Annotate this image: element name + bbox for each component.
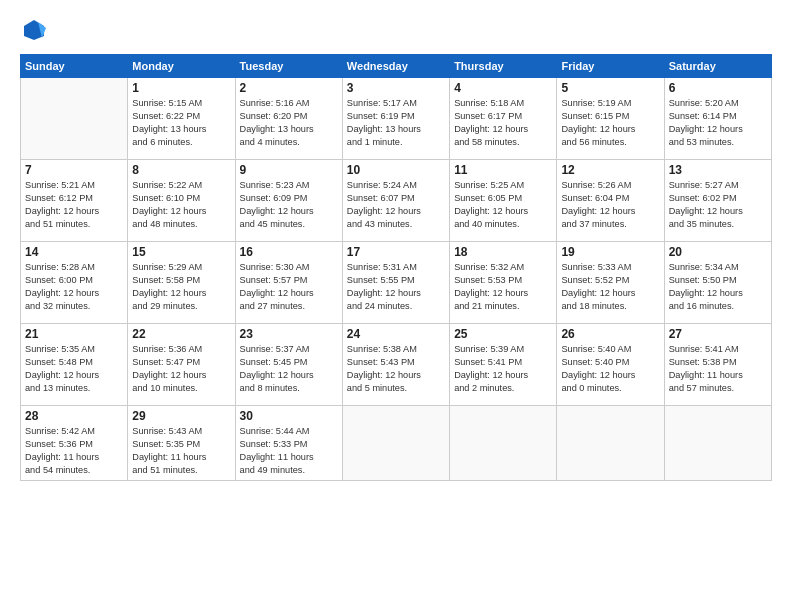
day-info: Sunrise: 5:19 AMSunset: 6:15 PMDaylight:…: [561, 97, 659, 149]
calendar-cell: 22Sunrise: 5:36 AMSunset: 5:47 PMDayligh…: [128, 324, 235, 406]
calendar-week-row: 21Sunrise: 5:35 AMSunset: 5:48 PMDayligh…: [21, 324, 772, 406]
calendar-cell: 13Sunrise: 5:27 AMSunset: 6:02 PMDayligh…: [664, 160, 771, 242]
calendar-cell: 1Sunrise: 5:15 AMSunset: 6:22 PMDaylight…: [128, 78, 235, 160]
day-info: Sunrise: 5:44 AMSunset: 5:33 PMDaylight:…: [240, 425, 338, 477]
day-number: 8: [132, 163, 230, 177]
header: [20, 16, 772, 44]
calendar-cell: 28Sunrise: 5:42 AMSunset: 5:36 PMDayligh…: [21, 406, 128, 481]
day-number: 13: [669, 163, 767, 177]
day-info: Sunrise: 5:36 AMSunset: 5:47 PMDaylight:…: [132, 343, 230, 395]
calendar-week-row: 28Sunrise: 5:42 AMSunset: 5:36 PMDayligh…: [21, 406, 772, 481]
day-number: 23: [240, 327, 338, 341]
calendar-cell: 8Sunrise: 5:22 AMSunset: 6:10 PMDaylight…: [128, 160, 235, 242]
day-info: Sunrise: 5:43 AMSunset: 5:35 PMDaylight:…: [132, 425, 230, 477]
calendar-cell: 5Sunrise: 5:19 AMSunset: 6:15 PMDaylight…: [557, 78, 664, 160]
day-info: Sunrise: 5:17 AMSunset: 6:19 PMDaylight:…: [347, 97, 445, 149]
calendar-cell: 18Sunrise: 5:32 AMSunset: 5:53 PMDayligh…: [450, 242, 557, 324]
day-number: 3: [347, 81, 445, 95]
calendar-cell: 14Sunrise: 5:28 AMSunset: 6:00 PMDayligh…: [21, 242, 128, 324]
day-number: 5: [561, 81, 659, 95]
day-number: 9: [240, 163, 338, 177]
calendar-cell: 7Sunrise: 5:21 AMSunset: 6:12 PMDaylight…: [21, 160, 128, 242]
logo: [20, 16, 52, 44]
calendar-day-header: Sunday: [21, 55, 128, 78]
calendar-cell: [664, 406, 771, 481]
calendar-cell: 27Sunrise: 5:41 AMSunset: 5:38 PMDayligh…: [664, 324, 771, 406]
day-number: 26: [561, 327, 659, 341]
day-number: 27: [669, 327, 767, 341]
calendar-cell: [21, 78, 128, 160]
calendar-day-header: Tuesday: [235, 55, 342, 78]
day-number: 30: [240, 409, 338, 423]
calendar-cell: 11Sunrise: 5:25 AMSunset: 6:05 PMDayligh…: [450, 160, 557, 242]
calendar-cell: 15Sunrise: 5:29 AMSunset: 5:58 PMDayligh…: [128, 242, 235, 324]
day-number: 25: [454, 327, 552, 341]
day-info: Sunrise: 5:28 AMSunset: 6:00 PMDaylight:…: [25, 261, 123, 313]
calendar-cell: 6Sunrise: 5:20 AMSunset: 6:14 PMDaylight…: [664, 78, 771, 160]
day-number: 14: [25, 245, 123, 259]
calendar-week-row: 14Sunrise: 5:28 AMSunset: 6:00 PMDayligh…: [21, 242, 772, 324]
day-number: 18: [454, 245, 552, 259]
calendar-day-header: Monday: [128, 55, 235, 78]
day-info: Sunrise: 5:24 AMSunset: 6:07 PMDaylight:…: [347, 179, 445, 231]
day-number: 21: [25, 327, 123, 341]
day-info: Sunrise: 5:18 AMSunset: 6:17 PMDaylight:…: [454, 97, 552, 149]
calendar-cell: 10Sunrise: 5:24 AMSunset: 6:07 PMDayligh…: [342, 160, 449, 242]
day-info: Sunrise: 5:21 AMSunset: 6:12 PMDaylight:…: [25, 179, 123, 231]
day-number: 20: [669, 245, 767, 259]
day-number: 29: [132, 409, 230, 423]
day-info: Sunrise: 5:32 AMSunset: 5:53 PMDaylight:…: [454, 261, 552, 313]
day-number: 12: [561, 163, 659, 177]
day-info: Sunrise: 5:31 AMSunset: 5:55 PMDaylight:…: [347, 261, 445, 313]
day-info: Sunrise: 5:30 AMSunset: 5:57 PMDaylight:…: [240, 261, 338, 313]
day-info: Sunrise: 5:22 AMSunset: 6:10 PMDaylight:…: [132, 179, 230, 231]
calendar-day-header: Saturday: [664, 55, 771, 78]
calendar-table: SundayMondayTuesdayWednesdayThursdayFrid…: [20, 54, 772, 481]
day-number: 17: [347, 245, 445, 259]
calendar-cell: [450, 406, 557, 481]
day-number: 22: [132, 327, 230, 341]
day-info: Sunrise: 5:33 AMSunset: 5:52 PMDaylight:…: [561, 261, 659, 313]
calendar-cell: 16Sunrise: 5:30 AMSunset: 5:57 PMDayligh…: [235, 242, 342, 324]
day-number: 16: [240, 245, 338, 259]
day-number: 6: [669, 81, 767, 95]
calendar-cell: 9Sunrise: 5:23 AMSunset: 6:09 PMDaylight…: [235, 160, 342, 242]
calendar-day-header: Wednesday: [342, 55, 449, 78]
day-info: Sunrise: 5:25 AMSunset: 6:05 PMDaylight:…: [454, 179, 552, 231]
day-number: 15: [132, 245, 230, 259]
day-info: Sunrise: 5:41 AMSunset: 5:38 PMDaylight:…: [669, 343, 767, 395]
calendar-cell: [342, 406, 449, 481]
day-info: Sunrise: 5:38 AMSunset: 5:43 PMDaylight:…: [347, 343, 445, 395]
day-number: 7: [25, 163, 123, 177]
calendar-cell: 20Sunrise: 5:34 AMSunset: 5:50 PMDayligh…: [664, 242, 771, 324]
day-info: Sunrise: 5:23 AMSunset: 6:09 PMDaylight:…: [240, 179, 338, 231]
calendar-cell: 30Sunrise: 5:44 AMSunset: 5:33 PMDayligh…: [235, 406, 342, 481]
day-info: Sunrise: 5:29 AMSunset: 5:58 PMDaylight:…: [132, 261, 230, 313]
calendar-cell: 2Sunrise: 5:16 AMSunset: 6:20 PMDaylight…: [235, 78, 342, 160]
calendar-cell: 21Sunrise: 5:35 AMSunset: 5:48 PMDayligh…: [21, 324, 128, 406]
calendar-day-header: Thursday: [450, 55, 557, 78]
calendar-cell: 12Sunrise: 5:26 AMSunset: 6:04 PMDayligh…: [557, 160, 664, 242]
calendar-cell: 3Sunrise: 5:17 AMSunset: 6:19 PMDaylight…: [342, 78, 449, 160]
logo-icon: [20, 16, 48, 44]
calendar-week-row: 1Sunrise: 5:15 AMSunset: 6:22 PMDaylight…: [21, 78, 772, 160]
day-info: Sunrise: 5:37 AMSunset: 5:45 PMDaylight:…: [240, 343, 338, 395]
day-info: Sunrise: 5:39 AMSunset: 5:41 PMDaylight:…: [454, 343, 552, 395]
calendar-cell: 26Sunrise: 5:40 AMSunset: 5:40 PMDayligh…: [557, 324, 664, 406]
day-info: Sunrise: 5:20 AMSunset: 6:14 PMDaylight:…: [669, 97, 767, 149]
day-info: Sunrise: 5:15 AMSunset: 6:22 PMDaylight:…: [132, 97, 230, 149]
day-info: Sunrise: 5:40 AMSunset: 5:40 PMDaylight:…: [561, 343, 659, 395]
calendar-cell: 24Sunrise: 5:38 AMSunset: 5:43 PMDayligh…: [342, 324, 449, 406]
day-info: Sunrise: 5:42 AMSunset: 5:36 PMDaylight:…: [25, 425, 123, 477]
calendar-cell: 4Sunrise: 5:18 AMSunset: 6:17 PMDaylight…: [450, 78, 557, 160]
calendar-cell: [557, 406, 664, 481]
calendar-cell: 19Sunrise: 5:33 AMSunset: 5:52 PMDayligh…: [557, 242, 664, 324]
day-number: 24: [347, 327, 445, 341]
calendar-week-row: 7Sunrise: 5:21 AMSunset: 6:12 PMDaylight…: [21, 160, 772, 242]
page: SundayMondayTuesdayWednesdayThursdayFrid…: [0, 0, 792, 612]
calendar-day-header: Friday: [557, 55, 664, 78]
day-info: Sunrise: 5:27 AMSunset: 6:02 PMDaylight:…: [669, 179, 767, 231]
day-info: Sunrise: 5:26 AMSunset: 6:04 PMDaylight:…: [561, 179, 659, 231]
calendar-cell: 17Sunrise: 5:31 AMSunset: 5:55 PMDayligh…: [342, 242, 449, 324]
day-info: Sunrise: 5:35 AMSunset: 5:48 PMDaylight:…: [25, 343, 123, 395]
